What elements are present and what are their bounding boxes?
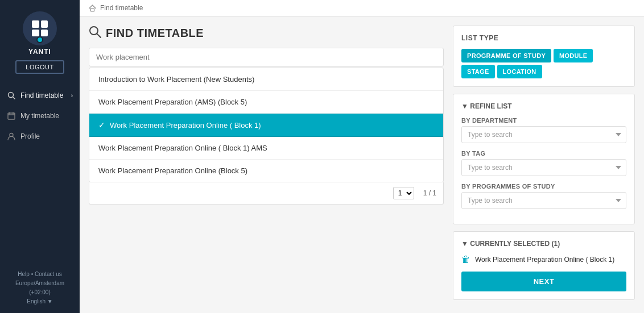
refine-group-tag: BY TAG Type to search bbox=[461, 150, 626, 176]
item-label: Introduction to Work Placement (New Stud… bbox=[98, 75, 254, 84]
sidebar-footer: Help • Contact us Europe/Amsterdam (+02:… bbox=[0, 263, 80, 313]
sidebar-username: YANTI bbox=[28, 48, 51, 56]
sidebar-item-find-timetable[interactable]: Find timetable › bbox=[0, 85, 80, 106]
refine-group-programmes: BY PROGRAMMES OF STUDY Type to search bbox=[461, 183, 626, 209]
list-type-title: LIST TYPE bbox=[461, 34, 626, 42]
department-select[interactable]: Type to search bbox=[461, 126, 626, 143]
language-label: English ▼ bbox=[7, 297, 73, 306]
item-label: Work Placement Preparation Online ( Bloc… bbox=[110, 121, 261, 130]
check-icon: ✓ bbox=[98, 120, 105, 130]
sidebar-item-label: Profile bbox=[20, 132, 40, 140]
results-list: Introduction to Work Placement (New Stud… bbox=[89, 68, 444, 182]
page-select[interactable]: 1 bbox=[393, 187, 414, 199]
item-label: Work Placement Preparation Online (Block… bbox=[98, 166, 247, 175]
programmes-select[interactable]: Type to search bbox=[461, 192, 626, 209]
breadcrumb-label: Find timetable bbox=[100, 4, 143, 12]
calendar-icon bbox=[7, 111, 16, 120]
help-link[interactable]: Help bbox=[18, 271, 30, 277]
svg-rect-2 bbox=[8, 113, 15, 119]
list-type-buttons: PROGRAMME OF STUDY MODULE STAGE LOCATION bbox=[461, 49, 626, 78]
page-title-row: FIND TIMETABLE bbox=[89, 26, 444, 41]
timezone-label: Europe/Amsterdam (+02:00) bbox=[7, 279, 73, 297]
avatar bbox=[23, 11, 57, 45]
avatar-grid bbox=[32, 20, 48, 36]
type-btn-location[interactable]: LOCATION bbox=[497, 65, 542, 78]
list-item[interactable]: Work Placement Preparation Online ( Bloc… bbox=[89, 137, 443, 160]
trash-icon[interactable]: 🗑 bbox=[461, 254, 470, 265]
list-item[interactable]: Work Placement Preparation Online (Block… bbox=[89, 160, 443, 182]
refine-title: ▼ REFINE LIST bbox=[461, 102, 626, 110]
type-btn-programme[interactable]: PROGRAMME OF STUDY bbox=[461, 49, 551, 62]
right-panel: LIST TYPE PROGRAMME OF STUDY MODULE STAG… bbox=[453, 26, 635, 304]
item-label: Work Placement Preparation Online ( Bloc… bbox=[98, 144, 267, 152]
programmes-label: BY PROGRAMMES OF STUDY bbox=[461, 183, 626, 190]
search-input[interactable] bbox=[89, 48, 444, 66]
refine-panel: ▼ REFINE LIST BY DEPARTMENT Type to sear… bbox=[453, 94, 635, 224]
left-panel: FIND TIMETABLE Introduction to Work Plac… bbox=[89, 26, 444, 304]
page-search-icon bbox=[89, 26, 101, 41]
currently-selected-panel: ▼ CURRENTLY SELECTED (1) 🗑 Work Placemen… bbox=[453, 231, 635, 300]
item-label: Work Placement Preparation (AMS) (Block … bbox=[98, 98, 247, 106]
tag-select[interactable]: Type to search bbox=[461, 159, 626, 176]
person-icon bbox=[7, 132, 16, 141]
list-item[interactable]: Work Placement Preparation (AMS) (Block … bbox=[89, 91, 443, 114]
svg-rect-7 bbox=[91, 8, 94, 11]
sidebar-item-label: Find timetable bbox=[20, 91, 63, 99]
dropdown-icon: ▼ bbox=[47, 298, 53, 304]
list-type-panel: LIST TYPE PROGRAMME OF STUDY MODULE STAG… bbox=[453, 26, 635, 87]
chevron-right-icon: › bbox=[71, 93, 73, 99]
main-content: Find timetable FIND TIMETABLE Introducti… bbox=[80, 0, 644, 313]
refine-group-department: BY DEPARTMENT Type to search bbox=[461, 117, 626, 143]
currently-selected-title: ▼ CURRENTLY SELECTED (1) bbox=[461, 240, 626, 248]
svg-line-9 bbox=[97, 34, 101, 38]
sidebar-item-profile[interactable]: Profile bbox=[0, 126, 80, 147]
breadcrumb: Find timetable bbox=[80, 0, 644, 16]
contact-link[interactable]: Contact us bbox=[35, 271, 62, 277]
pagination-row: 1 1 / 1 bbox=[89, 182, 444, 205]
page-title: FIND TIMETABLE bbox=[106, 27, 204, 40]
sidebar: YANTI LOGOUT Find timetable › M bbox=[0, 0, 80, 313]
avatar-badge bbox=[36, 36, 43, 43]
list-item-selected[interactable]: ✓ Work Placement Preparation Online ( Bl… bbox=[89, 114, 443, 137]
logout-button[interactable]: LOGOUT bbox=[15, 60, 64, 74]
pagination-label: 1 / 1 bbox=[423, 189, 436, 197]
sidebar-nav: Find timetable › My timetable Pr bbox=[0, 85, 80, 147]
next-button[interactable]: NEXT bbox=[461, 272, 626, 291]
tag-label: BY TAG bbox=[461, 150, 626, 157]
selected-item-text: Work Placement Preparation Online ( Bloc… bbox=[475, 256, 614, 264]
home-icon bbox=[89, 4, 97, 12]
type-btn-module[interactable]: MODULE bbox=[554, 49, 593, 62]
svg-line-1 bbox=[13, 97, 15, 99]
department-label: BY DEPARTMENT bbox=[461, 117, 626, 124]
type-btn-stage[interactable]: STAGE bbox=[461, 65, 495, 78]
search-icon bbox=[7, 91, 16, 100]
content-area: FIND TIMETABLE Introduction to Work Plac… bbox=[80, 16, 644, 313]
sidebar-item-label: My timetable bbox=[20, 112, 59, 120]
selected-item-row: 🗑 Work Placement Preparation Online ( Bl… bbox=[461, 254, 626, 265]
sidebar-item-my-timetable[interactable]: My timetable bbox=[0, 106, 80, 126]
list-item[interactable]: Introduction to Work Placement (New Stud… bbox=[89, 68, 443, 91]
